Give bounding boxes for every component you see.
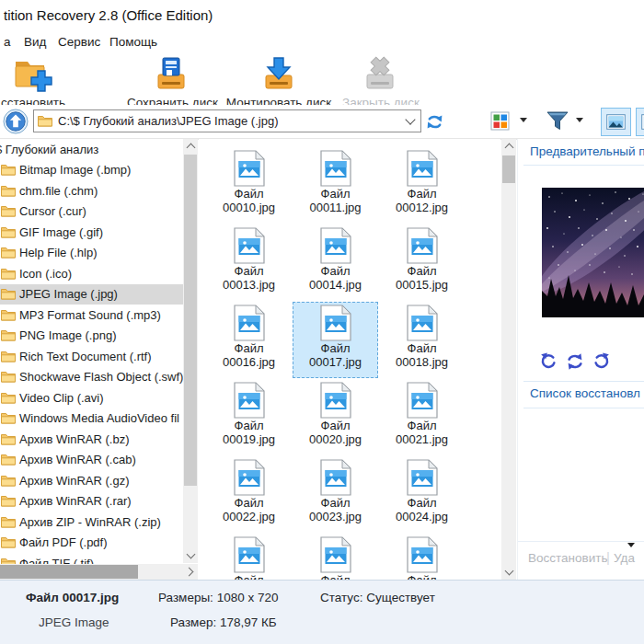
file-item[interactable]: Файл 00019.jpg	[206, 379, 292, 455]
file-item[interactable]: Файл	[206, 534, 292, 580]
tree-item[interactable]: GIF Image (.gif)	[0, 222, 183, 243]
tree-item-label: Bitmap Image (.bmp)	[19, 163, 131, 177]
file-item[interactable]: Файл 00021.jpg	[379, 379, 465, 455]
tree-item[interactable]: MP3 Format Sound (.mp3)	[0, 305, 183, 326]
chevron-down-icon[interactable]	[405, 114, 415, 124]
folder-icon	[1, 475, 16, 487]
tree-vscrollbar[interactable]	[183, 139, 198, 563]
restore-selected-button[interactable]: Восстановить	[528, 551, 607, 565]
view-mode-icon[interactable]	[490, 111, 510, 134]
tree-item[interactable]: Cursor (.cur)	[0, 201, 183, 223]
file-item[interactable]: Файл 00010.jpg	[206, 147, 292, 224]
address-combobox[interactable]: C:\$ Глубокий анализ\JPEG Image (.jpg)	[33, 109, 421, 132]
menu-item-service[interactable]: Сервис	[58, 35, 100, 49]
file-item[interactable]: Файл 00016.jpg	[206, 302, 292, 378]
file-item[interactable]: Файл 00022.jpg	[206, 456, 292, 533]
refresh-icon[interactable]	[424, 111, 445, 136]
rotate-cw-icon[interactable]	[592, 351, 612, 372]
file-item[interactable]: Файл 00020.jpg	[293, 379, 378, 455]
tree-item[interactable]: Bitmap Image (.bmp)	[0, 160, 183, 181]
recovery-actions: Восстановить | Уда	[518, 541, 644, 581]
tree-item[interactable]: Архив WinRAR (.rar)	[0, 491, 183, 512]
image-file-icon	[407, 382, 438, 419]
file-item-label: Файл	[207, 496, 291, 510]
tree-item[interactable]: Windows Media AudioVideo fil	[0, 408, 183, 430]
restore-button[interactable]: сстановить	[0, 55, 68, 109]
folder-icon	[1, 412, 16, 424]
status-bar: Файл 00017.jpg JPEG Image Размеры: 1080 …	[0, 580, 644, 644]
preview-toggle-icon[interactable]	[601, 108, 631, 136]
tree-item[interactable]: chm.file (.chm)	[0, 180, 183, 201]
tree-item[interactable]: Help File (.hlp)	[0, 243, 183, 264]
tree-item[interactable]: Файл TIF (.tif)	[0, 553, 183, 564]
tree-item[interactable]: Video Clip (.avi)	[0, 387, 183, 408]
close-disk-button[interactable]: Закрыть диск	[342, 55, 418, 109]
view-mode-caret-icon[interactable]	[520, 118, 527, 122]
tree-item[interactable]: Файл PDF (.pdf)	[0, 533, 183, 554]
file-item-label: Файл	[380, 187, 464, 201]
tree-item-label: Icon (.ico)	[19, 267, 72, 281]
file-item[interactable]: Файл	[293, 534, 378, 580]
file-item-label: Файл	[293, 264, 377, 278]
menu-item-help[interactable]: Помощь	[109, 35, 157, 49]
menu-bar: а Вид Сервис Помощь	[0, 33, 644, 53]
file-item-label: Файл	[293, 187, 377, 201]
image-file-icon	[320, 227, 351, 264]
folder-icon	[38, 115, 52, 127]
list-toggle-icon[interactable]	[636, 108, 644, 136]
tree-item[interactable]: Shockwave Flash Object (.swf)	[0, 367, 183, 388]
file-item[interactable]: Файл	[379, 534, 465, 580]
file-item[interactable]: Файл 00017.jpg	[293, 302, 378, 378]
file-item-label: Файл	[380, 419, 464, 432]
file-item[interactable]: Файл 00015.jpg	[379, 224, 465, 301]
tree-item[interactable]: $ Глубокий анализ	[0, 139, 183, 160]
tree-item-label: Архив WinRAR (.gz)	[19, 474, 129, 488]
file-item-label: Файл	[380, 341, 464, 355]
file-item[interactable]: Файл 00014.jpg	[293, 224, 378, 301]
menu-item-view[interactable]: Вид	[24, 35, 46, 49]
image-file-icon	[320, 536, 351, 573]
tree-item[interactable]: PNG Image (.png)	[0, 326, 183, 347]
divider: |	[606, 549, 610, 565]
tree-item-label: Файл PDF (.pdf)	[19, 535, 108, 549]
file-item-label: Файл	[380, 573, 464, 580]
image-file-icon	[407, 536, 438, 573]
image-file-icon	[320, 150, 351, 187]
filter-icon[interactable]	[546, 110, 569, 135]
up-circle-icon[interactable]	[3, 109, 29, 134]
tree-item-label: Архив WinRAR (.cab)	[19, 453, 136, 466]
image-file-icon	[407, 227, 438, 264]
tree-item[interactable]: Архив ZIP - WinRAR (.zip)	[0, 512, 183, 533]
file-item[interactable]: Файл 00024.jpg	[379, 456, 465, 533]
tree-item[interactable]: Архив WinRAR (.bz)	[0, 429, 183, 450]
mount-disk-button[interactable]: Монтировать диск	[224, 55, 333, 109]
tree-hscrollbar[interactable]	[0, 564, 198, 580]
tree-item[interactable]: Архив WinRAR (.cab)	[0, 450, 183, 471]
tree-item[interactable]: JPEG Image (.jpg)	[0, 284, 183, 305]
file-item[interactable]: Файл 00013.jpg	[206, 224, 292, 301]
delete-caret-icon[interactable]	[627, 543, 635, 547]
preview-panel: Предварительный п	[517, 139, 644, 580]
tree-item[interactable]: Rich Text Document (.rtf)	[0, 346, 183, 367]
file-item[interactable]: Файл 00018.jpg	[379, 302, 465, 378]
file-item-label: Файл	[380, 264, 464, 278]
file-item[interactable]: Файл 00011.jpg	[293, 147, 378, 224]
image-file-icon	[320, 459, 351, 496]
tree-item-label: Help File (.hlp)	[19, 246, 98, 259]
file-item[interactable]: Файл 00023.jpg	[293, 456, 378, 533]
grid-vscrollbar[interactable]	[501, 139, 516, 580]
file-item-name: 00018.jpg	[380, 355, 464, 369]
rotate-cycle-icon[interactable]	[565, 351, 585, 372]
close-disk-icon	[342, 55, 418, 94]
save-disk-button[interactable]: Сохранить диск	[127, 55, 215, 109]
filter-caret-icon[interactable]	[576, 118, 583, 122]
file-item-name: 00017.jpg	[293, 355, 377, 369]
rotate-ccw-icon[interactable]	[538, 351, 558, 372]
delete-button[interactable]: Уда	[614, 551, 635, 565]
tree-item-label: chm.file (.chm)	[19, 184, 98, 198]
menu-item-partial[interactable]: а	[4, 35, 11, 49]
tree-item[interactable]: Icon (.ico)	[0, 263, 183, 284]
tree-item[interactable]: Архив WinRAR (.gz)	[0, 470, 183, 491]
tree-item-label: Video Clip (.avi)	[19, 391, 104, 405]
file-item[interactable]: Файл 00012.jpg	[379, 147, 465, 224]
